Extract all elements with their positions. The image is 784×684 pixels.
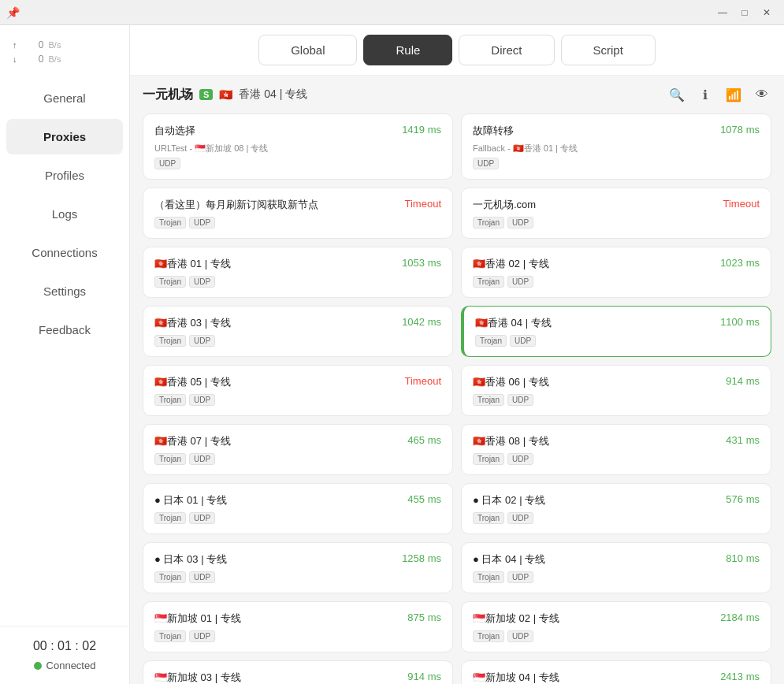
titlebar: 📌 — □ ✕ xyxy=(0,0,784,25)
sidebar-item-feedback[interactable]: Feedback xyxy=(6,312,123,348)
proxy-tag: UDP xyxy=(507,630,533,642)
proxy-tag: Trojan xyxy=(473,453,504,465)
proxy-card[interactable]: 🇭🇰香港 07 | 专线465 msTrojanUDP xyxy=(143,424,453,475)
connected-badge: Connected xyxy=(13,660,117,671)
mode-btn-global[interactable]: Global xyxy=(258,35,357,65)
proxy-card[interactable]: 🇸🇬新加坡 03 | 专线914 msTrojanUDP xyxy=(143,660,453,684)
proxy-section[interactable]: 一元机场 S 🇭🇰 香港 04 | 专线 🔍 ℹ 📶 👁 自动选择1419 ms… xyxy=(130,76,784,684)
proxy-latency: Timeout xyxy=(723,198,760,210)
proxy-latency: 1023 ms xyxy=(720,257,760,269)
s-badge: S xyxy=(199,89,213,100)
section-title: 一元机场 xyxy=(143,87,193,103)
signal-icon[interactable]: 📶 xyxy=(724,85,743,104)
sidebar-item-logs[interactable]: Logs xyxy=(6,196,123,232)
search-icon[interactable]: 🔍 xyxy=(667,85,686,104)
mode-btn-script[interactable]: Script xyxy=(561,35,656,65)
proxy-card[interactable]: 🇸🇬新加坡 02 | 专线2184 msTrojanUDP xyxy=(461,601,771,652)
app-body: ↑ 0 B/s ↓ 0 B/s GeneralProxiesProfilesLo… xyxy=(0,25,784,684)
proxy-tag: UDP xyxy=(154,158,180,169)
mode-btn-rule[interactable]: Rule xyxy=(363,35,452,65)
down-arrow-icon: ↓ xyxy=(13,54,17,64)
proxy-name: 🇸🇬新加坡 02 | 专线 xyxy=(473,612,559,626)
maximize-button[interactable]: □ xyxy=(734,2,756,24)
proxy-latency: 810 ms xyxy=(726,552,760,564)
proxy-tag: Trojan xyxy=(473,512,504,524)
proxy-card[interactable]: 🇸🇬新加坡 04 | 专线2413 msTrojanUDP xyxy=(461,660,771,684)
proxy-card[interactable]: 自动选择1419 msURLTest - 🇸🇬新加坡 08 | 专线UDP xyxy=(143,113,453,180)
proxy-tags: TrojanUDP xyxy=(154,512,441,524)
time-display: 00 : 01 : 02 xyxy=(13,639,117,653)
proxy-tag: UDP xyxy=(507,453,533,465)
proxy-tag: UDP xyxy=(189,453,215,465)
proxy-tags: TrojanUDP xyxy=(473,276,760,288)
pin-icon: 📌 xyxy=(6,6,20,19)
proxy-latency: 914 ms xyxy=(726,375,760,387)
proxy-card[interactable]: 🇭🇰香港 05 | 专线TimeoutTrojanUDP xyxy=(143,365,453,416)
proxy-latency: Timeout xyxy=(405,198,441,210)
proxy-card[interactable]: ● 日本 03 | 专线1258 msTrojanUDP xyxy=(143,542,453,593)
proxy-tag: Trojan xyxy=(473,571,504,583)
proxy-tag: Trojan xyxy=(154,335,186,347)
eye-icon[interactable]: 👁 xyxy=(752,85,771,104)
proxy-latency: 576 ms xyxy=(726,493,760,505)
proxy-card-header: 🇭🇰香港 02 | 专线1023 ms xyxy=(473,257,760,271)
proxy-card[interactable]: 🇭🇰香港 08 | 专线431 msTrojanUDP xyxy=(461,424,771,475)
proxy-name: 🇭🇰香港 05 | 专线 xyxy=(154,375,231,389)
proxy-tags: TrojanUDP xyxy=(473,394,760,406)
proxy-name: 一元机场.com xyxy=(473,198,536,212)
sidebar-item-settings[interactable]: Settings xyxy=(6,273,123,309)
proxy-tag: UDP xyxy=(507,571,533,583)
proxy-latency: 1053 ms xyxy=(402,257,441,269)
proxy-name: 🇭🇰香港 06 | 专线 xyxy=(473,375,549,389)
proxy-tags: UDP xyxy=(154,158,441,169)
proxy-tags: TrojanUDP xyxy=(473,512,760,524)
sidebar: ↑ 0 B/s ↓ 0 B/s GeneralProxiesProfilesLo… xyxy=(0,25,130,684)
proxy-card-header: 🇭🇰香港 08 | 专线431 ms xyxy=(473,434,760,448)
proxy-card[interactable]: 一元机场.comTimeoutTrojanUDP xyxy=(461,188,771,239)
sidebar-footer: 00 : 01 : 02 Connected xyxy=(0,626,129,684)
proxy-name: ● 日本 01 | 专线 xyxy=(154,493,227,507)
proxy-tag: UDP xyxy=(507,276,533,288)
proxy-card[interactable]: 🇭🇰香港 01 | 专线1053 msTrojanUDP xyxy=(143,247,453,298)
proxy-card[interactable]: 🇭🇰香港 02 | 专线1023 msTrojanUDP xyxy=(461,247,771,298)
sidebar-item-connections[interactable]: Connections xyxy=(6,235,123,270)
info-icon[interactable]: ℹ xyxy=(696,85,715,104)
proxy-card[interactable]: ● 日本 04 | 专线810 msTrojanUDP xyxy=(461,542,771,593)
proxy-card-header: 🇸🇬新加坡 03 | 专线914 ms xyxy=(154,671,441,684)
proxy-name: 🇭🇰香港 03 | 专线 xyxy=(154,316,231,330)
minimize-button[interactable]: — xyxy=(712,2,734,24)
proxy-name: ● 日本 02 | 专线 xyxy=(473,493,545,507)
proxy-tags: TrojanUDP xyxy=(154,217,441,229)
proxy-tag: UDP xyxy=(189,217,215,229)
proxy-tags: TrojanUDP xyxy=(154,630,441,642)
proxy-tag: Trojan xyxy=(154,394,186,406)
proxy-tag: UDP xyxy=(189,394,215,406)
proxy-latency: 465 ms xyxy=(407,434,441,446)
proxy-tag: Trojan xyxy=(154,571,186,583)
proxy-card-header: ● 日本 04 | 专线810 ms xyxy=(473,552,760,567)
close-button[interactable]: ✕ xyxy=(756,2,778,24)
proxy-tags: TrojanUDP xyxy=(473,630,760,642)
up-arrow-icon: ↑ xyxy=(13,40,17,50)
sidebar-nav: GeneralProxiesProfilesLogsConnectionsSet… xyxy=(0,79,129,626)
upload-value: 0 xyxy=(22,39,44,50)
proxy-card[interactable]: （看这里）每月刷新订阅获取新节点TimeoutTrojanUDP xyxy=(143,188,453,239)
download-value: 0 xyxy=(22,54,44,65)
proxy-card[interactable]: ● 日本 02 | 专线576 msTrojanUDP xyxy=(461,483,771,534)
sidebar-item-profiles[interactable]: Profiles xyxy=(6,158,123,193)
proxy-card[interactable]: 🇸🇬新加坡 01 | 专线875 msTrojanUDP xyxy=(143,601,453,652)
mode-btn-direct[interactable]: Direct xyxy=(459,35,554,65)
proxy-card[interactable]: ● 日本 01 | 专线455 msTrojanUDP xyxy=(143,483,453,534)
proxy-latency: 914 ms xyxy=(407,671,441,682)
proxy-card[interactable]: 🇭🇰香港 06 | 专线914 msTrojanUDP xyxy=(461,365,771,416)
proxy-name: 故障转移 xyxy=(473,124,514,138)
sidebar-item-proxies[interactable]: Proxies xyxy=(6,119,123,154)
proxy-card[interactable]: 故障转移1078 msFallback - 🇭🇰香港 01 | 专线UDP xyxy=(461,113,771,180)
proxy-tag: Trojan xyxy=(154,630,186,642)
proxy-card-header: 🇸🇬新加坡 02 | 专线2184 ms xyxy=(473,612,760,626)
proxy-tag: UDP xyxy=(189,276,215,288)
sidebar-item-general[interactable]: General xyxy=(6,80,123,116)
proxy-tag: Trojan xyxy=(154,453,186,465)
proxy-card[interactable]: 🇭🇰香港 04 | 专线1100 msTrojanUDP xyxy=(461,306,771,357)
proxy-card[interactable]: 🇭🇰香港 03 | 专线1042 msTrojanUDP xyxy=(143,306,453,357)
